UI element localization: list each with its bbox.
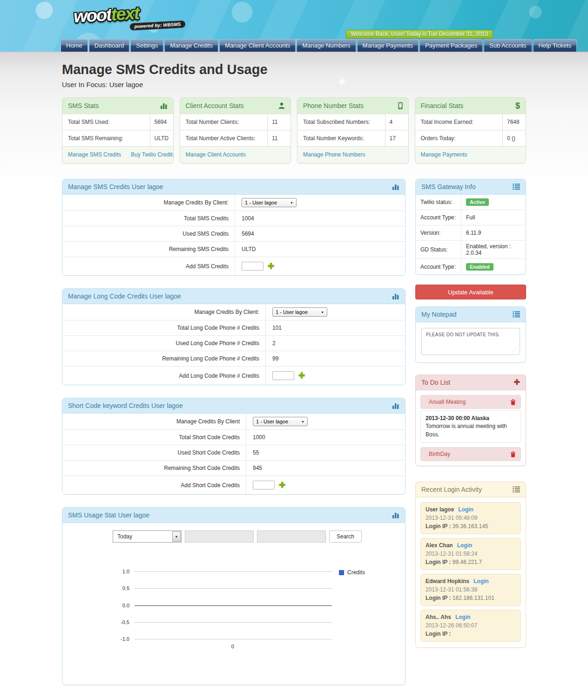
trash-icon[interactable] bbox=[510, 451, 516, 457]
nav-item-manage-numbers[interactable]: Manage Numbers bbox=[297, 39, 356, 52]
woottext-logo: woottext powered by: WBSMS bbox=[73, 2, 183, 25]
field-value: 5694 bbox=[235, 226, 405, 241]
search-button[interactable]: Search bbox=[329, 530, 362, 543]
login-activity-item: Alex ChanLogin 2013-12-31 01:58:24 Login… bbox=[420, 538, 521, 570]
buy-twilio-credits-link[interactable]: Buy Twilio Credits bbox=[131, 151, 173, 158]
chart-legend: Credits bbox=[339, 569, 365, 576]
list-icon bbox=[513, 486, 520, 493]
stat-label: Total Subscribed Numbers: bbox=[297, 114, 385, 130]
stat-label: Total Number Keywords: bbox=[297, 130, 385, 146]
field-label: Manage Credits By Client: bbox=[62, 305, 265, 319]
stat-label: Total SMS Remaining: bbox=[62, 130, 150, 146]
panel-title: My Notepad bbox=[421, 311, 456, 318]
login-ip-value: 99.46.221.7 bbox=[453, 559, 482, 565]
field-label: Used Short Code Credits bbox=[62, 446, 246, 460]
login-ip-value: 182.186.131.101 bbox=[453, 595, 494, 601]
date-range-select[interactable]: Today ▼ bbox=[113, 530, 182, 543]
add-plus-icon[interactable]: ✚ bbox=[268, 262, 274, 270]
todo-item-header[interactable]: Anuall Meating bbox=[420, 395, 521, 409]
date-to-input[interactable] bbox=[257, 530, 326, 543]
notepad-textarea[interactable]: PLEASE DO NOT UPDATE THIS. bbox=[421, 328, 520, 355]
login-ip-label: Login IP : bbox=[426, 631, 451, 637]
add-sms-credits-input[interactable] bbox=[242, 262, 264, 271]
y-axis-tick: 0.5 bbox=[122, 585, 129, 591]
to-do-list-panel: To Do List ✚ Anuall Meating 2013-12-30 0… bbox=[415, 374, 526, 466]
gateway-label: Account Type: bbox=[416, 211, 461, 224]
client-select-value: 1 - User lagoe bbox=[256, 419, 288, 424]
add-todo-plus-icon[interactable]: ✚ bbox=[514, 379, 520, 386]
add-plus-icon[interactable]: ✚ bbox=[298, 372, 305, 380]
card-title: Client Account Stats bbox=[186, 102, 244, 109]
field-value: 1004 bbox=[235, 211, 405, 226]
usage-chart: 1.0 0.5 0.0 -0.5 -1.0 0 Credits bbox=[135, 571, 332, 639]
chevron-down-icon: ▼ bbox=[301, 420, 304, 423]
field-label: Total Long Code Phone # Credits bbox=[62, 321, 265, 335]
add-short-code-credits-input[interactable] bbox=[253, 481, 275, 489]
chevron-down-icon: ▼ bbox=[290, 201, 293, 204]
nav-item-sub-accounts[interactable]: Sub Accounts bbox=[484, 39, 532, 52]
status-badge: Active bbox=[466, 198, 489, 206]
nav-item-payment-packages[interactable]: Payment Packages bbox=[419, 39, 483, 52]
trash-icon[interactable] bbox=[510, 399, 516, 405]
update-available-button[interactable]: Update Available bbox=[415, 285, 526, 299]
client-select-value: 1 - User lagoe bbox=[245, 200, 277, 205]
login-user-name: Edward Hopkins bbox=[426, 578, 469, 584]
login-link[interactable]: Login bbox=[457, 542, 473, 549]
login-link[interactable]: Login bbox=[473, 578, 489, 584]
field-label: Total SMS Credits bbox=[62, 211, 235, 225]
nav-item-manage-client-accounts[interactable]: Manage Client Accounts bbox=[219, 39, 296, 52]
financial-stats-card: Financial Stats $ Total Income Earned: 7… bbox=[415, 97, 527, 163]
login-user-name: Alex Chan bbox=[426, 542, 453, 549]
date-range-select-value: Today bbox=[117, 533, 132, 540]
login-link[interactable]: Login bbox=[458, 506, 473, 513]
add-long-code-credits-input[interactable] bbox=[272, 371, 294, 380]
nav-item-manage-payments[interactable]: Manage Payments bbox=[357, 39, 419, 52]
manage-payments-link[interactable]: Manage Payments bbox=[421, 151, 467, 158]
nav-item-dashboard[interactable]: Dashboard bbox=[89, 39, 130, 52]
client-select-value: 1 - User lagoe bbox=[276, 309, 308, 315]
list-icon bbox=[513, 183, 520, 190]
stat-row: Total Number Keywords: 17 bbox=[297, 130, 408, 146]
stat-value: 5694 bbox=[150, 114, 173, 130]
field-label: Remaining Long Code Phone # Credits bbox=[62, 352, 265, 366]
stat-row: Total Income Earned: 7648 bbox=[415, 114, 526, 130]
client-select[interactable]: 1 - User lagoe ▼ bbox=[253, 417, 308, 426]
list-icon bbox=[513, 311, 520, 318]
field-label: Manage Credits By Client: bbox=[62, 196, 235, 210]
client-select[interactable]: 1 - User lagoe ▼ bbox=[242, 198, 297, 207]
stat-label: Total Number Clients: bbox=[180, 114, 268, 130]
bar-chart-icon bbox=[160, 102, 168, 109]
stat-value: 17 bbox=[385, 130, 408, 146]
logo-woot: woot bbox=[73, 5, 112, 26]
login-link[interactable]: Login bbox=[455, 614, 471, 620]
nav-item-manage-credits[interactable]: Manage Credits bbox=[164, 39, 218, 52]
nav-item-settings[interactable]: Settings bbox=[130, 39, 163, 52]
login-user-name: Ahs.. Ahs bbox=[426, 614, 451, 620]
y-axis-tick: 0.0 bbox=[122, 603, 129, 608]
dollar-icon: $ bbox=[515, 102, 520, 110]
stat-row: Orders Today: 0 () bbox=[415, 130, 526, 146]
manage-sms-credits-link[interactable]: Manage SMS Credits bbox=[68, 151, 121, 158]
nav-item-help-tickets[interactable]: Help Tickets bbox=[533, 39, 577, 52]
todo-item-title: BirthDay bbox=[429, 451, 450, 457]
stat-row: Total Subscribed Numbers: 4 bbox=[297, 114, 408, 130]
add-plus-icon[interactable]: ✚ bbox=[279, 481, 285, 489]
legend-label: Credits bbox=[347, 569, 365, 576]
login-ip-label: Login IP : bbox=[426, 559, 451, 565]
phone-number-stats-card: Phone Number Stats Total Subscribed Numb… bbox=[297, 97, 409, 163]
page-content: Manage SMS Credits and Usage User In Foc… bbox=[0, 53, 588, 700]
todo-item-body: 2013-12-30 00:00 Alaska Tomorrow is annu… bbox=[420, 410, 521, 443]
stat-value: 11 bbox=[267, 130, 291, 146]
short-code-keyword-credits-panel: Short Code keyword Credits User lagoe Ma… bbox=[62, 398, 406, 495]
manage-client-accounts-link[interactable]: Manage Client Accounts bbox=[186, 151, 246, 158]
todo-item-text: Tomorrow is annual meeting with Boss. bbox=[426, 422, 516, 439]
date-from-input[interactable] bbox=[185, 530, 254, 543]
sms-gateway-info-panel: SMS Gateway Info Twilio status: Active A… bbox=[415, 179, 526, 275]
stats-row: SMS Stats Total SMS Used: 5694 Total SMS… bbox=[62, 97, 526, 163]
gateway-label: Twilio status: bbox=[416, 195, 461, 209]
nav-item-home[interactable]: Home bbox=[61, 39, 88, 52]
client-select[interactable]: 1 - User lagoe ▼ bbox=[272, 307, 327, 317]
todo-item-header[interactable]: BirthDay bbox=[420, 447, 521, 461]
manage-phone-numbers-link[interactable]: Manage Phone Numbers bbox=[303, 151, 365, 158]
welcome-badge: Welcome Back, User! Today is Tue Decembe… bbox=[346, 30, 493, 39]
